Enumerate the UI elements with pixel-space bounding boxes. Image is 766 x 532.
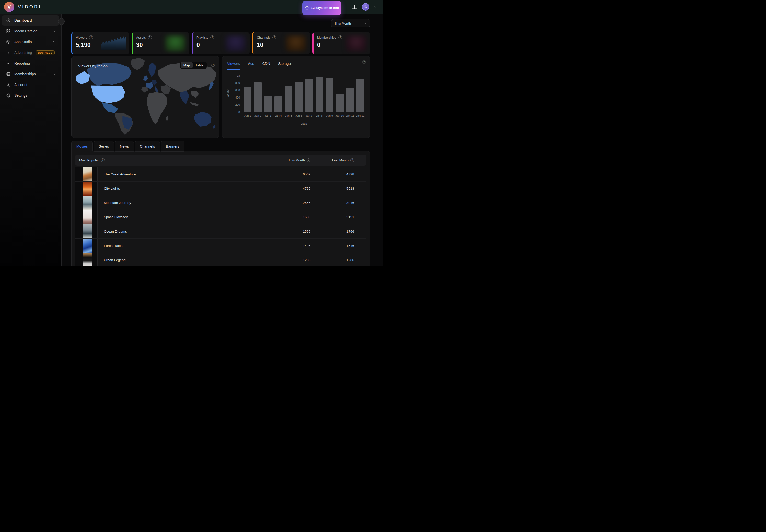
row-this-month-value: 1286 xyxy=(275,253,311,266)
vidori-dashboard: V VIDORI 13 days left in trial Dashboard… xyxy=(0,0,383,266)
sidebar-item-account[interactable]: Account xyxy=(2,80,59,90)
column-header-this-month: This Month ? xyxy=(275,158,311,162)
bar-jan-1 xyxy=(244,87,252,112)
sidebar-item-advertising[interactable]: AdvertisingBUSINESS xyxy=(2,47,59,58)
stat-card-channels: Channels?10 xyxy=(252,32,310,54)
user-icon xyxy=(6,82,11,87)
this-month-help-icon[interactable]: ? xyxy=(307,158,311,162)
map-region-greenland xyxy=(130,58,145,70)
gear-icon xyxy=(6,93,11,98)
last-month-label: Last Month xyxy=(332,158,349,162)
row-thumbnail xyxy=(83,224,92,238)
bar-jan-5 xyxy=(285,86,292,112)
bar-jan-2 xyxy=(254,82,262,112)
content-tab-banners[interactable]: Banners xyxy=(161,141,184,151)
docs-book-icon[interactable] xyxy=(351,4,358,10)
stat-card-label: Channels xyxy=(257,36,270,39)
sidebar-item-reporting[interactable]: Reporting xyxy=(2,58,59,68)
row-title: City Lights xyxy=(98,182,275,196)
toggle-map[interactable]: Map xyxy=(180,62,193,68)
content-tab-channels[interactable]: Channels xyxy=(135,141,160,151)
row-title: Mountain Journey xyxy=(98,196,275,210)
analytics-tab-viewers[interactable]: Viewers xyxy=(227,60,241,70)
row-this-month-value: 1565 xyxy=(275,224,311,238)
memberships-glow-graphic xyxy=(346,35,366,51)
table-row-forest-tales[interactable]: Forest Tales14261546 xyxy=(75,239,366,253)
map-region-alaska xyxy=(76,71,90,84)
bar-jan-4 xyxy=(275,96,282,112)
row-thumb-gap xyxy=(92,253,97,266)
sidebar-item-settings[interactable]: Settings xyxy=(2,90,59,101)
memberships-help-icon[interactable]: ? xyxy=(338,35,342,39)
sidebar-item-media-catalog[interactable]: Media Catalog xyxy=(2,26,59,36)
row-left-spacer xyxy=(75,167,83,181)
map-region-indonesia xyxy=(190,102,199,106)
bar-jan-7 xyxy=(305,79,313,112)
stat-card-label: Memberships xyxy=(317,36,336,39)
table-row-mountain-journey[interactable]: Mountain Journey25563046 xyxy=(75,196,366,210)
row-left-spacer xyxy=(75,210,83,224)
content-tab-news[interactable]: News xyxy=(115,141,134,151)
id-card-icon xyxy=(6,72,11,76)
analytics-help-icon[interactable]: ? xyxy=(362,60,366,64)
content-tab-series[interactable]: Series xyxy=(93,141,114,151)
sidebar-divider xyxy=(61,14,62,266)
table-row-space-odyssey[interactable]: Space Odyssey16802191 xyxy=(75,210,366,224)
row-thumb-gap xyxy=(92,196,97,210)
content-tab-movies[interactable]: Movies xyxy=(71,141,93,151)
sidebar-item-label: Dashboard xyxy=(14,18,56,22)
map-region-scandinavia xyxy=(148,63,156,77)
analytics-panel: ViewersAdsCDNStorage? Count Jan 1Jan 2Ja… xyxy=(222,56,370,138)
bars-group xyxy=(243,76,365,112)
x-tick-label: Jan 8 xyxy=(314,114,325,117)
y-tick-label: 1k xyxy=(229,74,240,77)
row-thumb-gap xyxy=(92,210,97,224)
row-thumbnail xyxy=(83,239,92,253)
table-row-urban-legend[interactable]: Urban Legend12861286 xyxy=(75,253,366,266)
most-popular-label: Most Popular xyxy=(79,158,99,162)
table-row-city-lights[interactable]: City Lights47695918 xyxy=(75,182,366,196)
map-help-icon[interactable]: ? xyxy=(211,63,215,67)
x-tick-label: Jan 6 xyxy=(294,114,304,117)
table-row-the-great-adventure[interactable]: The Great Adventure65624328 xyxy=(75,167,366,182)
playlists-help-icon[interactable]: ? xyxy=(210,35,214,39)
brand-logo[interactable]: V xyxy=(4,2,14,12)
x-tick-label: Jan 5 xyxy=(283,114,294,117)
channels-glow-graphic xyxy=(286,35,306,51)
chevron-down-icon xyxy=(364,22,367,25)
grid-icon xyxy=(6,29,11,33)
stat-card-label: Assets xyxy=(136,36,146,39)
assets-glow-graphic xyxy=(165,35,185,51)
analytics-tab-storage[interactable]: Storage xyxy=(278,60,291,69)
map-region-usa xyxy=(91,86,125,103)
channels-help-icon[interactable]: ? xyxy=(272,35,276,39)
gridline xyxy=(243,112,365,112)
table-row-ocean-dreams[interactable]: Ocean Dreams15651766 xyxy=(75,224,366,239)
row-last-month-value: 1546 xyxy=(316,239,354,253)
most-popular-help-icon[interactable]: ? xyxy=(101,158,105,162)
map-region-italy xyxy=(154,86,159,93)
x-tick-label: Jan 10 xyxy=(335,114,345,117)
table-header: Most Popular ? This Month ? Last Month ? xyxy=(75,155,366,166)
chevron-down-icon xyxy=(53,29,56,33)
analytics-tab-ads[interactable]: Ads xyxy=(248,60,255,69)
toggle-table[interactable]: Table xyxy=(193,62,206,68)
trial-badge[interactable]: 13 days left in trial xyxy=(302,1,341,15)
sidebar-item-dashboard[interactable]: Dashboard xyxy=(2,15,59,26)
analytics-tab-cdn[interactable]: CDN xyxy=(262,60,271,69)
content-tabs: MoviesSeriesNewsChannelsBanners xyxy=(71,141,370,151)
period-select[interactable]: This Month xyxy=(331,19,370,27)
map-region-africa xyxy=(147,92,167,124)
viewers-help-icon[interactable]: ? xyxy=(89,35,93,39)
sidebar-item-memberships[interactable]: Memberships xyxy=(2,69,59,79)
assets-help-icon[interactable]: ? xyxy=(148,35,152,39)
user-avatar[interactable] xyxy=(362,3,369,11)
row-title: Space Odyssey xyxy=(98,210,275,224)
sidebar-item-app-studio[interactable]: App Studio xyxy=(2,37,59,47)
y-tick-label: 200 xyxy=(229,103,240,106)
row-thumbnail xyxy=(83,196,92,210)
account-chevron-down-icon[interactable] xyxy=(374,5,377,9)
last-month-help-icon[interactable]: ? xyxy=(350,158,354,162)
sidebar-collapse-button[interactable] xyxy=(58,18,65,25)
middle-row: Viewers by region MapTable ? ViewersAdsC… xyxy=(71,56,370,138)
